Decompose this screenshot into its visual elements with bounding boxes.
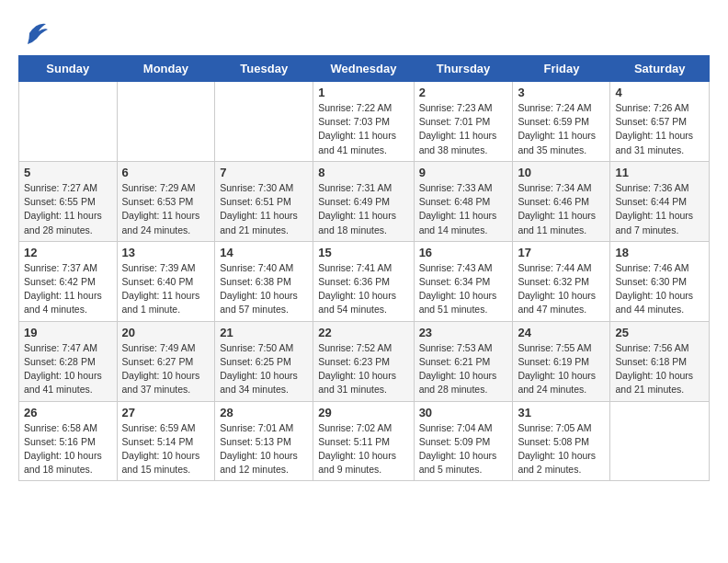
day-info: Sunrise: 7:37 AM Sunset: 6:42 PM Dayligh… [24, 261, 112, 317]
calendar-cell: 10Sunrise: 7:34 AM Sunset: 6:46 PM Dayli… [513, 161, 610, 241]
calendar-cell: 2Sunrise: 7:23 AM Sunset: 7:01 PM Daylig… [414, 82, 513, 162]
calendar-cell: 28Sunrise: 7:01 AM Sunset: 5:13 PM Dayli… [215, 401, 313, 481]
day-number: 30 [419, 406, 508, 419]
day-number: 12 [24, 246, 112, 259]
day-number: 6 [122, 166, 210, 179]
calendar-cell: 24Sunrise: 7:55 AM Sunset: 6:19 PM Dayli… [513, 321, 610, 401]
calendar-cell: 29Sunrise: 7:02 AM Sunset: 5:11 PM Dayli… [313, 401, 414, 481]
day-number: 31 [518, 406, 605, 419]
calendar-cell [117, 82, 215, 162]
day-info: Sunrise: 6:59 AM Sunset: 5:14 PM Dayligh… [122, 421, 210, 477]
day-info: Sunrise: 7:47 AM Sunset: 6:28 PM Dayligh… [24, 341, 112, 397]
logo-bird-icon [20, 20, 48, 46]
calendar-cell: 17Sunrise: 7:44 AM Sunset: 6:32 PM Dayli… [513, 241, 610, 321]
calendar-cell: 20Sunrise: 7:49 AM Sunset: 6:27 PM Dayli… [117, 321, 215, 401]
calendar-cell: 1Sunrise: 7:22 AM Sunset: 7:03 PM Daylig… [313, 82, 414, 162]
day-number: 7 [220, 166, 308, 179]
calendar-cell: 12Sunrise: 7:37 AM Sunset: 6:42 PM Dayli… [19, 241, 118, 321]
calendar-cell: 9Sunrise: 7:33 AM Sunset: 6:48 PM Daylig… [414, 161, 513, 241]
calendar-cell: 27Sunrise: 6:59 AM Sunset: 5:14 PM Dayli… [117, 401, 215, 481]
day-info: Sunrise: 7:27 AM Sunset: 6:55 PM Dayligh… [24, 181, 112, 237]
calendar-cell: 16Sunrise: 7:43 AM Sunset: 6:34 PM Dayli… [414, 241, 513, 321]
day-number: 3 [518, 86, 605, 99]
day-number: 4 [615, 86, 704, 99]
calendar-cell: 13Sunrise: 7:39 AM Sunset: 6:40 PM Dayli… [117, 241, 215, 321]
calendar-cell: 25Sunrise: 7:56 AM Sunset: 6:18 PM Dayli… [610, 321, 710, 401]
day-info: Sunrise: 7:22 AM Sunset: 7:03 PM Dayligh… [318, 101, 408, 157]
day-info: Sunrise: 7:40 AM Sunset: 6:38 PM Dayligh… [220, 261, 308, 317]
day-number: 22 [318, 326, 408, 339]
day-info: Sunrise: 6:58 AM Sunset: 5:16 PM Dayligh… [24, 421, 112, 477]
day-info: Sunrise: 7:36 AM Sunset: 6:44 PM Dayligh… [615, 181, 704, 237]
day-info: Sunrise: 7:24 AM Sunset: 6:59 PM Dayligh… [518, 101, 605, 157]
day-number: 8 [318, 166, 408, 179]
calendar-cell: 11Sunrise: 7:36 AM Sunset: 6:44 PM Dayli… [610, 161, 710, 241]
header [18, 18, 710, 46]
calendar-cell: 4Sunrise: 7:26 AM Sunset: 6:57 PM Daylig… [610, 82, 710, 162]
day-info: Sunrise: 7:50 AM Sunset: 6:25 PM Dayligh… [220, 341, 308, 397]
calendar-cell: 31Sunrise: 7:05 AM Sunset: 5:08 PM Dayli… [513, 401, 610, 481]
calendar-cell: 19Sunrise: 7:47 AM Sunset: 6:28 PM Dayli… [19, 321, 118, 401]
day-number: 23 [419, 326, 508, 339]
header-sunday: Sunday [19, 56, 118, 82]
day-number: 28 [220, 406, 308, 419]
calendar-cell: 18Sunrise: 7:46 AM Sunset: 6:30 PM Dayli… [610, 241, 710, 321]
day-info: Sunrise: 7:30 AM Sunset: 6:51 PM Dayligh… [220, 181, 308, 237]
day-info: Sunrise: 7:05 AM Sunset: 5:08 PM Dayligh… [518, 421, 605, 477]
header-tuesday: Tuesday [215, 56, 313, 82]
day-info: Sunrise: 7:29 AM Sunset: 6:53 PM Dayligh… [122, 181, 210, 237]
day-number: 14 [220, 246, 308, 259]
calendar-cell: 7Sunrise: 7:30 AM Sunset: 6:51 PM Daylig… [215, 161, 313, 241]
day-number: 11 [615, 166, 704, 179]
day-info: Sunrise: 7:41 AM Sunset: 6:36 PM Dayligh… [318, 261, 408, 317]
day-info: Sunrise: 7:52 AM Sunset: 6:23 PM Dayligh… [318, 341, 408, 397]
calendar-cell: 22Sunrise: 7:52 AM Sunset: 6:23 PM Dayli… [313, 321, 414, 401]
calendar-cell [19, 82, 118, 162]
calendar-cell: 6Sunrise: 7:29 AM Sunset: 6:53 PM Daylig… [117, 161, 215, 241]
day-info: Sunrise: 7:33 AM Sunset: 6:48 PM Dayligh… [419, 181, 508, 237]
calendar-cell: 23Sunrise: 7:53 AM Sunset: 6:21 PM Dayli… [414, 321, 513, 401]
day-info: Sunrise: 7:55 AM Sunset: 6:19 PM Dayligh… [518, 341, 605, 397]
day-number: 25 [615, 326, 704, 339]
calendar-cell: 21Sunrise: 7:50 AM Sunset: 6:25 PM Dayli… [215, 321, 313, 401]
day-number: 9 [419, 166, 508, 179]
day-number: 20 [122, 326, 210, 339]
days-header-row: Sunday Monday Tuesday Wednesday Thursday… [19, 56, 710, 82]
day-info: Sunrise: 7:26 AM Sunset: 6:57 PM Dayligh… [615, 101, 704, 157]
header-monday: Monday [117, 56, 215, 82]
day-number: 29 [318, 406, 408, 419]
day-number: 2 [419, 86, 508, 99]
day-info: Sunrise: 7:01 AM Sunset: 5:13 PM Dayligh… [220, 421, 308, 477]
calendar-table: Sunday Monday Tuesday Wednesday Thursday… [18, 55, 710, 481]
calendar-cell: 5Sunrise: 7:27 AM Sunset: 6:55 PM Daylig… [19, 161, 118, 241]
day-info: Sunrise: 7:39 AM Sunset: 6:40 PM Dayligh… [122, 261, 210, 317]
day-number: 18 [615, 246, 704, 259]
day-number: 15 [318, 246, 408, 259]
day-number: 27 [122, 406, 210, 419]
logo [18, 18, 48, 46]
day-info: Sunrise: 7:43 AM Sunset: 6:34 PM Dayligh… [419, 261, 508, 317]
day-number: 1 [318, 86, 408, 99]
day-info: Sunrise: 7:34 AM Sunset: 6:46 PM Dayligh… [518, 181, 605, 237]
day-number: 19 [24, 326, 112, 339]
day-info: Sunrise: 7:53 AM Sunset: 6:21 PM Dayligh… [419, 341, 508, 397]
day-number: 16 [419, 246, 508, 259]
day-info: Sunrise: 7:23 AM Sunset: 7:01 PM Dayligh… [419, 101, 508, 157]
calendar-cell: 26Sunrise: 6:58 AM Sunset: 5:16 PM Dayli… [19, 401, 118, 481]
day-number: 24 [518, 326, 605, 339]
calendar-cell: 30Sunrise: 7:04 AM Sunset: 5:09 PM Dayli… [414, 401, 513, 481]
day-info: Sunrise: 7:56 AM Sunset: 6:18 PM Dayligh… [615, 341, 704, 397]
calendar-cell: 3Sunrise: 7:24 AM Sunset: 6:59 PM Daylig… [513, 82, 610, 162]
day-info: Sunrise: 7:04 AM Sunset: 5:09 PM Dayligh… [419, 421, 508, 477]
day-info: Sunrise: 7:02 AM Sunset: 5:11 PM Dayligh… [318, 421, 408, 477]
header-wednesday: Wednesday [313, 56, 414, 82]
day-info: Sunrise: 7:46 AM Sunset: 6:30 PM Dayligh… [615, 261, 704, 317]
day-number: 13 [122, 246, 210, 259]
calendar-cell [610, 401, 710, 481]
calendar-cell: 14Sunrise: 7:40 AM Sunset: 6:38 PM Dayli… [215, 241, 313, 321]
day-number: 5 [24, 166, 112, 179]
page: Sunday Monday Tuesday Wednesday Thursday… [0, 0, 728, 500]
calendar-cell: 8Sunrise: 7:31 AM Sunset: 6:49 PM Daylig… [313, 161, 414, 241]
day-info: Sunrise: 7:44 AM Sunset: 6:32 PM Dayligh… [518, 261, 605, 317]
day-number: 10 [518, 166, 605, 179]
